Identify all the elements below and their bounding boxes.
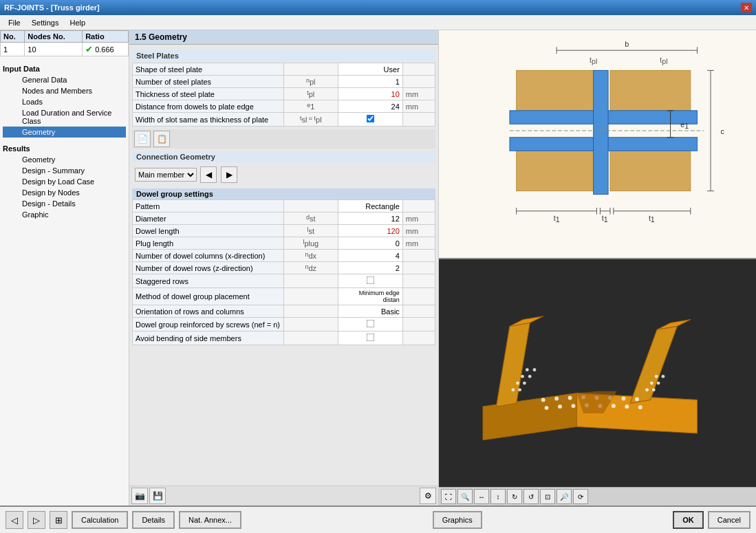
details-button[interactable]: Details: [132, 511, 175, 529]
sp-distance-row: Distance from dowels to plate edge e1 24…: [133, 100, 435, 113]
cg-prev-btn[interactable]: ◀: [200, 166, 217, 183]
node-table: No. Nodes No. Ratio 1 10 ✔ 0.666: [0, 30, 129, 56]
main-member-dropdown[interactable]: Main member: [135, 168, 197, 182]
sp-number-value[interactable]: 1: [338, 76, 402, 88]
form-area: Steel Plates Shape of steel plate User N…: [129, 45, 438, 486]
sidebar-item-geometry-result[interactable]: Geometry: [3, 154, 126, 165]
view-btn-4[interactable]: ↕: [490, 489, 506, 504]
dowel-group-header: Dowel group settings: [132, 188, 435, 199]
dg-staggered-row: Staggered rows: [133, 274, 435, 288]
screws-checkbox-input[interactable]: [366, 320, 374, 328]
sp-shape-unit: [402, 63, 435, 76]
svg-text:tpl: tpl: [660, 56, 667, 65]
sidebar-item-load-duration[interactable]: Load Duration and Service Class: [3, 107, 126, 127]
cg-next-btn[interactable]: ▶: [221, 166, 237, 183]
settings-btn[interactable]: ⚙: [420, 488, 436, 504]
ratio-value: 0.666: [95, 45, 114, 54]
export-btn[interactable]: 📋: [153, 131, 170, 147]
slot-checkbox-input[interactable]: [366, 115, 374, 123]
sidebar-item-design-details[interactable]: Design - Details: [3, 198, 126, 209]
svg-point-59: [625, 404, 629, 409]
sidebar-item-design-summary[interactable]: Design - Summary: [3, 165, 126, 176]
center-panel: 1.5 Geometry Steel Plates Shape of steel…: [129, 30, 438, 505]
nav-back-btn[interactable]: ◁: [6, 511, 23, 529]
view-btn-1[interactable]: ⛶: [441, 489, 456, 504]
dg-length-value[interactable]: 120: [338, 225, 402, 237]
menu-help[interactable]: Help: [64, 17, 91, 28]
dg-orientation-value[interactable]: Basic: [338, 305, 402, 318]
dg-staggered-checkbox[interactable]: [338, 274, 402, 288]
dg-bending-checkbox[interactable]: [338, 331, 402, 345]
sp-slot-checkbox[interactable]: [338, 113, 402, 127]
svg-point-65: [518, 388, 521, 391]
svg-text:e1: e1: [680, 120, 689, 130]
view-btn-5[interactable]: ↻: [507, 489, 522, 504]
menu-file[interactable]: File: [3, 17, 26, 28]
menu-settings[interactable]: Settings: [26, 17, 65, 28]
sp-thickness-unit: mm: [402, 88, 435, 100]
bottom-bar: ◁ ▷ ⊞ Calculation Details Nat. Annex... …: [0, 505, 756, 533]
sp-distance-subscript: e1: [284, 100, 338, 113]
view-btn-2[interactable]: 🔍: [457, 489, 473, 504]
cell-nodes: 10: [25, 43, 83, 56]
svg-point-74: [661, 375, 665, 378]
graphics-button[interactable]: Graphics: [433, 511, 482, 529]
sidebar-item-loads[interactable]: Loads: [3, 96, 126, 107]
dg-method-row: Method of dowel group placement Minimum …: [133, 288, 435, 305]
dg-screws-checkbox[interactable]: [338, 318, 402, 331]
dg-pattern-value[interactable]: Rectangle: [338, 200, 402, 213]
dg-orientation-row: Orientation of rows and columns Basic: [133, 305, 435, 318]
dg-method-value[interactable]: Minimum edge distan: [338, 288, 402, 305]
content: No. Nodes No. Ratio 1 10 ✔ 0.666 Input D…: [0, 30, 756, 505]
svg-point-50: [558, 404, 562, 409]
bending-checkbox-input[interactable]: [366, 334, 374, 342]
sp-slot-unit: [402, 113, 435, 127]
sidebar-item-nodes-members[interactable]: Nodes and Members: [3, 85, 126, 96]
sp-shape-value[interactable]: User: [338, 63, 402, 76]
menubar: File Settings Help: [0, 15, 756, 30]
save-btn[interactable]: 💾: [149, 488, 166, 504]
input-data-header: Input Data: [3, 63, 126, 74]
col-nodes: Nodes No.: [25, 31, 83, 43]
sp-thickness-value[interactable]: 10: [338, 88, 402, 100]
svg-point-67: [528, 375, 532, 378]
close-button[interactable]: ✕: [741, 3, 752, 12]
ok-button[interactable]: OK: [673, 511, 704, 529]
staggered-checkbox-input[interactable]: [366, 276, 374, 285]
nav-add-btn[interactable]: ⊞: [50, 511, 67, 529]
dg-rows-value[interactable]: 2: [338, 262, 402, 274]
sp-slot-label: Width of slot same as thickness of plate: [133, 113, 284, 127]
dg-plug-label: Plug length: [133, 237, 284, 250]
svg-text:b: b: [625, 40, 629, 48]
view-btn-3[interactable]: ↔: [474, 489, 489, 504]
sp-distance-value[interactable]: 24: [338, 100, 402, 113]
sidebar-item-design-nodes[interactable]: Design by Nodes: [3, 187, 126, 198]
import-btn[interactable]: 📄: [134, 131, 151, 147]
view-btn-9[interactable]: ⟳: [573, 489, 588, 504]
dg-diameter-row: Diameter dst 12 mm: [133, 213, 435, 225]
sidebar-item-geometry-input[interactable]: Geometry: [3, 127, 126, 138]
cell-no: 1: [1, 43, 25, 56]
dg-rows-label: Number of dowel rows (z-direction): [133, 262, 284, 274]
dg-diameter-label: Diameter: [133, 213, 284, 225]
status-icon: ✔: [85, 44, 93, 54]
sidebar-item-design-load-case[interactable]: Design by Load Case: [3, 176, 126, 187]
nat-annex-button[interactable]: Nat. Annex...: [179, 511, 241, 529]
table-row[interactable]: 1 10 ✔ 0.666: [1, 43, 129, 56]
view-btn-6[interactable]: ↺: [523, 489, 539, 504]
dg-plug-row: Plug length lplug 0 mm: [133, 237, 435, 250]
dg-length-unit: mm: [402, 225, 435, 237]
view-btn-7[interactable]: ⊡: [540, 489, 555, 504]
dg-diameter-value[interactable]: 12: [338, 213, 402, 225]
dg-cols-value[interactable]: 4: [338, 250, 402, 262]
view-btn-8[interactable]: 🔎: [557, 489, 572, 504]
svg-point-60: [638, 405, 642, 409]
cancel-button[interactable]: Cancel: [708, 511, 750, 529]
print-btn[interactable]: 📷: [131, 488, 148, 504]
calculation-button[interactable]: Calculation: [72, 511, 128, 529]
dg-plug-value[interactable]: 0: [338, 237, 402, 250]
sp-thickness-label: Thickness of steel plate: [133, 88, 284, 100]
sidebar-item-general-data[interactable]: General Data: [3, 74, 126, 85]
nav-forward-btn[interactable]: ▷: [28, 511, 45, 529]
sidebar-item-graphic[interactable]: Graphic: [3, 209, 126, 220]
